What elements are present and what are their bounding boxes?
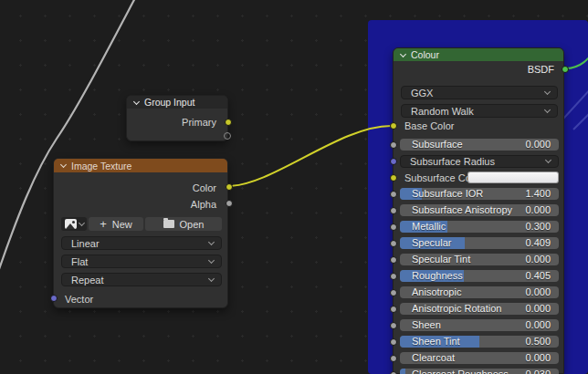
slider-label: Sheen (412, 319, 441, 331)
collapse-chevron-icon[interactable] (60, 161, 67, 168)
slider-clearcoat[interactable]: Clearcoat0.000 (400, 352, 559, 364)
socket-specular-tint-input[interactable] (390, 256, 397, 264)
socket-subsurface-anisotropy-input[interactable] (390, 207, 397, 214)
slider-value: 1.400 (525, 188, 551, 200)
socket-anisotropic-input[interactable] (390, 289, 397, 296)
socket-alpha-output[interactable] (226, 200, 233, 207)
image-texture-header[interactable]: Image Texture (54, 159, 227, 172)
socket-subsurface-colo-input[interactable] (390, 174, 397, 182)
slider-sheen[interactable]: Sheen0.000 (400, 319, 559, 331)
interpolation-dropdown[interactable]: Linear (61, 236, 222, 250)
socket-specular-input[interactable] (390, 240, 397, 247)
output-label-bsdf: BSDF (394, 64, 554, 75)
slider-subsurface[interactable]: Subsurface0.000 (400, 139, 559, 151)
slider-specular-tint[interactable]: Specular Tint0.000 (400, 254, 559, 265)
slider-label: Sheen Tint (412, 336, 460, 348)
slider-value: 0.030 (525, 369, 551, 374)
socket-vector-input[interactable] (50, 295, 58, 302)
chevron-down-icon (79, 220, 85, 226)
slider-label: Roughness (412, 270, 463, 282)
new-image-button[interactable]: + New (89, 217, 143, 231)
socket-anisotropic-rotation-input[interactable] (390, 306, 397, 313)
socket-subsurface-radius-input[interactable] (390, 158, 397, 165)
socket-sheen-tint-input[interactable] (390, 338, 397, 346)
node-title: Group Input (144, 97, 194, 108)
slider-value: 0.000 (525, 352, 551, 364)
image-browse-button[interactable] (61, 217, 87, 231)
slider-subsurface-ior[interactable]: Subsurface IOR1.400 (400, 188, 559, 200)
input-label-vector: Vector (65, 294, 93, 305)
slider-sheen-tint[interactable]: Sheen Tint0.500 (400, 336, 559, 348)
socket-primary-output[interactable] (225, 119, 232, 126)
socket-virtual-output[interactable] (224, 132, 231, 140)
dropdown-value: Flat (71, 256, 88, 267)
slider-label: Metallic (412, 221, 446, 233)
socket-sheen-input[interactable] (390, 322, 397, 329)
shader-header[interactable]: Colour (394, 48, 563, 61)
socket-subsurface-ior-input[interactable] (390, 191, 397, 198)
socket-clearcoat-input[interactable] (390, 355, 397, 362)
slider-fill (400, 369, 405, 374)
collapse-chevron-icon[interactable] (133, 98, 140, 104)
slider-value: 0.000 (525, 254, 551, 265)
plus-icon: + (100, 218, 107, 230)
slider-value: 0.000 (525, 204, 551, 216)
slider-label: Clearcoat Roughness (412, 369, 509, 374)
slider-specular[interactable]: Specular0.409 (400, 237, 559, 249)
open-button-label: Open (180, 219, 205, 230)
distribution-value: GGX (411, 88, 433, 99)
slider-subsurface-anisotropy[interactable]: Subsurface Anisotropy0.000 (400, 204, 559, 216)
dropdown-subsurface-radius[interactable]: Subsurface Radius (400, 155, 559, 168)
subsurface-method-value: Random Walk (411, 106, 474, 117)
slider-value: 0.405 (525, 270, 551, 282)
slider-label: Specular Tint (412, 254, 470, 265)
slider-label: Subsurface Anisotropy (412, 204, 512, 216)
chevron-down-icon (544, 88, 551, 95)
node-shader-colour[interactable]: Colour BSDF GGX Random Walk Base ColorSu… (393, 47, 564, 374)
slider-label: Clearcoat (412, 352, 455, 364)
input-label-base-color: Base Color (404, 120, 454, 131)
dropdown-value: Repeat (71, 275, 103, 286)
slider-anisotropic[interactable]: Anisotropic0.000 (400, 286, 559, 298)
socket-roughness-input[interactable] (390, 273, 397, 280)
slider-value: 0.500 (525, 336, 551, 348)
socket-base-color-input[interactable] (390, 122, 397, 130)
socket-metallic-input[interactable] (390, 223, 397, 231)
extension-dropdown[interactable]: Repeat (61, 273, 222, 286)
collapse-chevron-icon[interactable] (400, 50, 406, 57)
socket-subsurface-input[interactable] (390, 141, 397, 149)
distribution-dropdown[interactable]: GGX (401, 86, 558, 99)
image-icon (65, 219, 77, 229)
open-image-button[interactable]: Open (145, 217, 222, 231)
socket-bsdf-output[interactable] (562, 66, 569, 73)
node-title: Colour (411, 49, 439, 60)
chevron-down-icon (208, 239, 215, 245)
new-button-label: New (112, 219, 132, 230)
slider-metallic[interactable]: Metallic0.300 (400, 221, 559, 233)
slider-value: 0.300 (525, 221, 551, 233)
node-group-input[interactable]: Group Input Primary (126, 95, 228, 141)
slider-anisotropic-rotation[interactable]: Anisotropic Rotation0.000 (400, 303, 559, 315)
socket-color-output[interactable] (226, 183, 233, 191)
output-label-alpha: Alpha (54, 199, 216, 210)
slider-label: Anisotropic (412, 286, 461, 298)
node-title: Image Texture (71, 161, 131, 171)
slider-clearcoat-roughness[interactable]: Clearcoat Roughness0.030 (400, 369, 559, 374)
subsurface-method-dropdown[interactable]: Random Walk (401, 104, 558, 118)
slider-label: Subsurface IOR (412, 188, 483, 200)
output-label-primary: Primary (127, 117, 216, 128)
group-input-header[interactable]: Group Input (127, 96, 227, 109)
wire-color-to-basecolor (228, 126, 391, 186)
slider-label: Anisotropic Rotation (412, 303, 501, 315)
node-image-texture[interactable]: Image Texture Color Alpha + New Open Lin… (53, 158, 228, 308)
slider-value: 0.000 (525, 286, 551, 298)
color-swatch-subsurface-colo[interactable] (467, 171, 559, 183)
node-editor-canvas: Group Input Primary Image Texture Color … (0, 0, 588, 374)
slider-value: 0.000 (525, 319, 551, 331)
slider-label: Subsurface (412, 139, 463, 151)
dropdown-value: Linear (71, 238, 100, 249)
slider-roughness[interactable]: Roughness0.405 (400, 270, 559, 282)
projection-dropdown[interactable]: Flat (61, 255, 222, 268)
slider-value: 0.000 (525, 139, 551, 151)
socket-clearcoat-roughness-input[interactable] (390, 371, 397, 374)
